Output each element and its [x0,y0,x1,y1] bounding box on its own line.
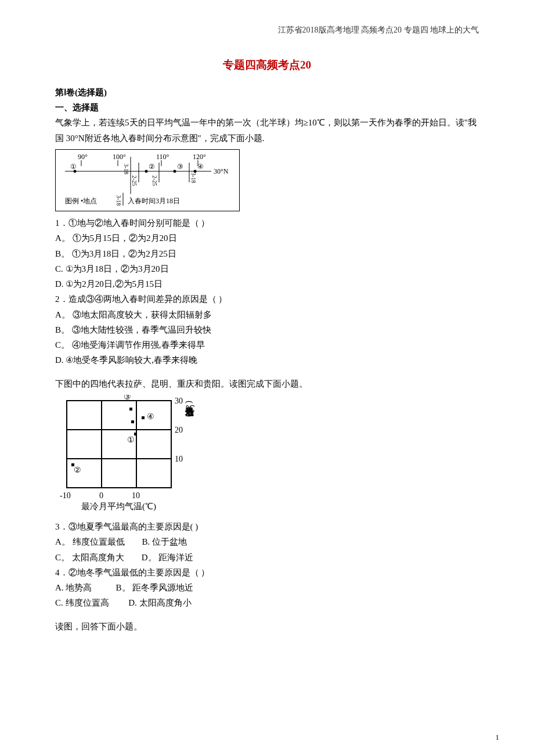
point-2: ② [149,163,155,171]
page-header: 江苏省2018版高考地理 高频考点20 专题四 地球上的大气 [55,23,479,38]
q4-options-row2: C. 纬度位置高 D. 太阳高度角小 [55,595,479,610]
iso-225b: 2-25 [151,175,158,186]
q1-option-d: D. ①为2月20日,②为5月15日 [55,276,479,291]
y-30: 30 [175,397,183,405]
x-axis-label: 最冷月平均气温(℃) [81,502,156,511]
scatter-chart: 30 20 10 -10 0 10 ③ ④ ① ② 最热月平均气温(℃) 最冷月… [55,395,218,511]
x-10: 10 [132,491,140,500]
svg-rect-14 [67,401,171,488]
q3-stem: 3．③地夏季气温最高的主要原因是( ) [55,519,479,534]
legend-iso-label: 3-18 [116,195,122,206]
x-0: 0 [99,491,103,500]
q3-option-d: D。 距海洋近 [142,553,194,562]
y-10: 10 [175,455,183,463]
scatter-p2: ② [74,466,81,474]
lon-120: 120° [193,153,206,161]
y-20: 20 [175,426,183,434]
q1-stem: 1．①地与②地入春时间分别可能是（ ） [55,215,479,231]
figure-2: 30 20 10 -10 0 10 ③ ④ ① ② 最热月平均气温(℃) 最冷月… [55,395,479,516]
point-4: ④ [197,163,204,171]
map-diagram: 90° 100° 110° 120° 30°N ① ② ③ ④ 3-18 2-2… [60,152,234,207]
q2-option-b: B。 ③地大陆性较强，春季气温回升较快 [55,322,479,337]
section-volume: 第Ⅰ卷(选择题) [55,85,479,100]
figure-1: 90° 100° 110° 120° 30°N ① ② ③ ④ 3-18 2-2… [55,149,479,212]
q1-option-c: C. ①为3月18日，②为3月20日 [55,261,479,276]
point-3: ③ [177,163,183,171]
q2-option-c: C。 ④地受海洋调节作用强,春季来得早 [55,337,479,352]
q3-option-b: B. 位于盆地 [142,537,187,546]
q3-option-a: A。 纬度位置最低 [55,537,125,546]
q1-option-a: A。 ①为5月15日，②为2月20日 [55,231,479,246]
q4-options-row1: A. 地势高 B。 距冬季风源地近 [55,580,479,595]
svg-rect-19 [129,408,132,411]
y-axis-label: 最热月平均气温(℃) [185,401,195,417]
iso-318b: 3-18 [190,172,197,183]
scatter-p1: ① [127,435,135,444]
scatter-p4: ④ [147,412,154,421]
lat-label: 30°N [214,167,229,175]
iso-318a: 3-18 [123,164,129,174]
svg-point-7 [174,170,176,172]
question-group-2-intro: 下图中的四地代表拉萨、昆明、重庆和贵阳。读图完成下面小题。 [55,376,479,391]
x-m10: -10 [60,491,71,500]
question-group-1-intro: 气象学上，若连续5天的日平均气温一年中的第一次（北半球）均≥10℃，则以第一天作… [55,115,479,146]
q4-option-a: A. 地势高 [55,583,92,592]
scatter-p3: ③ [124,395,131,401]
lon-100: 100° [113,153,126,161]
q2-stem: 2．造成③④两地入春时间差异的原因是（ ） [55,291,479,307]
q3-options-row1: A。 纬度位置最低 B. 位于盆地 [55,534,479,549]
section-mcq: 一、选择题 [55,100,479,115]
svg-rect-20 [142,416,145,419]
point-1: ① [70,163,77,171]
legend-point: 图例 •地点 [65,197,97,205]
iso-225a: 2-25 [131,175,138,186]
legend-date: 入春时间3月18日 [128,197,180,205]
q1-option-b: B。 ①为3月18日，②为2月25日 [55,246,479,261]
q3-option-c: C。 太阳高度角大 [55,553,124,562]
q4-option-d: D. 太阳高度角小 [128,598,191,607]
q4-option-c: C. 纬度位置高 [55,598,109,607]
q2-option-d: D. ④地受冬季风影响较大,春季来得晚 [55,352,479,368]
lon-110: 110° [156,153,169,161]
svg-point-6 [145,170,148,172]
q4-option-b: B。 距冬季风源地近 [116,583,194,592]
document-title: 专题四高频考点20 [55,55,479,74]
svg-rect-21 [131,420,134,423]
q2-option-a: A。 ③地太阳高度较大，获得太阳辐射多 [55,307,479,322]
lon-90: 90° [78,153,88,161]
question-group-3-intro: 读图，回答下面小题。 [55,619,479,634]
q4-stem: 4．②地冬季气温最低的主要原因是（ ） [55,565,479,580]
q3-options-row2: C。 太阳高度角大 D。 距海洋近 [55,550,479,565]
